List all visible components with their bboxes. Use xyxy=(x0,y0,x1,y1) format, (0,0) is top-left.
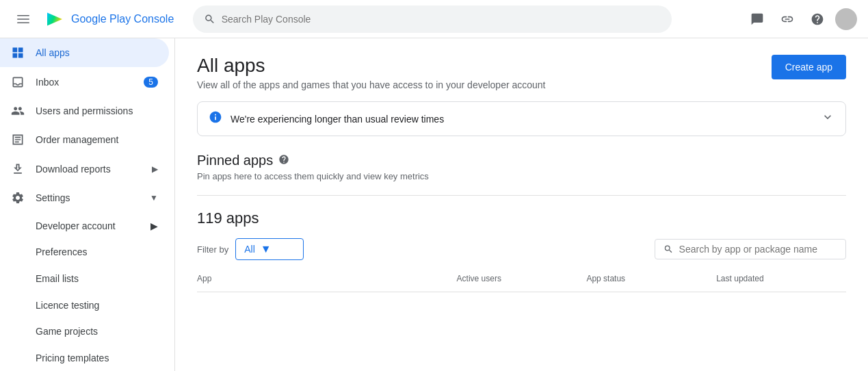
svg-rect-0 xyxy=(17,15,29,16)
sidebar: All apps Inbox 5 Users and permissions O… xyxy=(0,38,175,371)
sidebar-item-label: Email lists xyxy=(36,273,79,284)
help-icon[interactable] xyxy=(805,7,830,31)
filter-select[interactable]: All ▼ xyxy=(235,238,304,260)
page-subtitle: View all of the apps and games that you … xyxy=(197,79,546,90)
col-header-app: App xyxy=(197,271,457,286)
filter-row: Filter by All ▼ xyxy=(197,238,846,260)
logo[interactable]: Google Play Console xyxy=(44,8,174,30)
pinned-apps-title: Pinned apps xyxy=(197,153,846,168)
inbox-badge: 5 xyxy=(144,77,158,88)
table-header: App Active users App status Last updated xyxy=(197,271,846,292)
svg-rect-2 xyxy=(17,22,29,23)
search-icon xyxy=(663,244,674,255)
users-icon xyxy=(11,104,25,118)
link-icon[interactable] xyxy=(775,7,800,31)
logo-icon xyxy=(44,8,66,30)
search-icon xyxy=(204,13,215,25)
sidebar-item-label: Download reports xyxy=(36,164,111,175)
settings-icon xyxy=(11,191,25,205)
page-header: All apps View all of the apps and games … xyxy=(197,55,846,90)
help-icon[interactable] xyxy=(278,154,289,168)
notice-banner[interactable]: We're experiencing longer than usual rev… xyxy=(197,101,846,136)
sidebar-item-label: All apps xyxy=(36,47,70,58)
sidebar-item-label: Settings xyxy=(36,192,70,203)
sidebar-item-all-apps[interactable]: All apps xyxy=(0,38,169,67)
sidebar-item-order-management[interactable]: Order management xyxy=(0,125,169,154)
sidebar-item-label: Licence testing xyxy=(36,300,99,311)
col-header-last-updated: Last updated xyxy=(716,271,846,286)
sidebar-item-label: Users and permissions xyxy=(36,105,133,116)
sidebar-item-inbox[interactable]: Inbox 5 xyxy=(0,67,169,96)
divider xyxy=(197,195,846,196)
sidebar-item-developer-account[interactable]: Developer account ▶ xyxy=(0,213,169,240)
sidebar-item-download-reports[interactable]: Download reports ▶ xyxy=(0,155,169,183)
sidebar-item-label: Inbox xyxy=(36,77,59,88)
sidebar-item-label: Order management xyxy=(36,134,118,145)
sidebar-item-label: Pricing templates xyxy=(36,353,109,363)
order-icon xyxy=(11,133,25,146)
sidebar-item-settings[interactable]: Settings ▼ xyxy=(0,183,169,212)
filter-value: All xyxy=(244,244,255,255)
create-app-button[interactable]: Create app xyxy=(772,55,846,79)
main-content: All apps View all of the apps and games … xyxy=(175,38,868,371)
sidebar-item-pricing-templates[interactable]: Pricing templates xyxy=(0,344,169,371)
messages-icon[interactable] xyxy=(745,7,770,31)
filter-by-label: Filter by xyxy=(197,244,228,255)
app-search-input[interactable] xyxy=(679,244,837,255)
layout: All apps Inbox 5 Users and permissions O… xyxy=(0,38,868,371)
sidebar-item-email-lists[interactable]: Email lists xyxy=(0,266,169,292)
sidebar-item-preferences[interactable]: Preferences xyxy=(0,239,169,266)
topbar: Google Play Console xyxy=(0,0,868,38)
info-icon xyxy=(209,110,222,127)
notice-text: We're experiencing longer than usual rev… xyxy=(231,114,813,125)
avatar[interactable] xyxy=(835,8,857,30)
expand-icon xyxy=(821,110,834,127)
inbox-icon xyxy=(11,75,25,89)
topbar-search-input[interactable] xyxy=(222,14,661,25)
page-title: All apps xyxy=(197,55,546,77)
sidebar-item-licence-testing[interactable]: Licence testing xyxy=(0,292,169,318)
chevron-down-icon: ▼ xyxy=(150,193,158,203)
app-search-box[interactable] xyxy=(655,239,846,259)
sidebar-item-label: Developer account xyxy=(36,220,116,231)
menu-icon[interactable] xyxy=(11,7,36,31)
all-apps-icon xyxy=(11,46,25,60)
filter-group: Filter by All ▼ xyxy=(197,238,304,260)
logo-text: Google Play Console xyxy=(71,13,174,25)
topbar-actions xyxy=(745,7,857,31)
col-header-app-status: App status xyxy=(586,271,716,286)
sidebar-item-users-permissions[interactable]: Users and permissions xyxy=(0,97,169,125)
sidebar-item-label: Preferences xyxy=(36,246,87,257)
col-header-active-users: Active users xyxy=(457,271,587,286)
download-icon xyxy=(11,162,25,176)
chevron-right-icon: ▶ xyxy=(152,164,158,174)
sidebar-item-game-projects[interactable]: Game projects xyxy=(0,318,169,345)
chevron-down-icon: ▼ xyxy=(261,243,272,255)
apps-count: 119 apps xyxy=(197,209,846,227)
sidebar-item-label: Game projects xyxy=(36,326,98,337)
chevron-right-icon: ▶ xyxy=(150,220,158,231)
pinned-apps-subtitle: Pin apps here to access them quickly and… xyxy=(197,171,846,181)
svg-rect-1 xyxy=(17,18,29,20)
topbar-search-box[interactable] xyxy=(193,5,672,33)
